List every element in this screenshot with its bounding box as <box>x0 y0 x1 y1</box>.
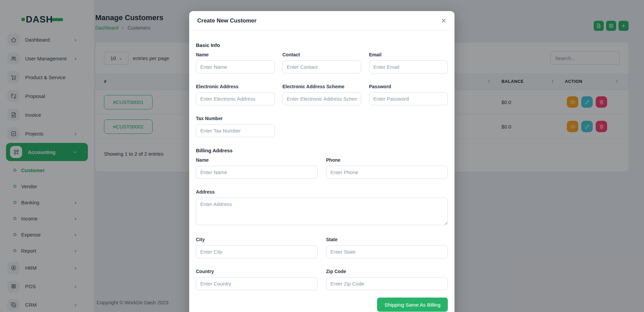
billing-country-input[interactable] <box>196 277 318 290</box>
field-label: Contact <box>282 52 361 57</box>
email-input[interactable] <box>369 60 448 73</box>
shipping-same-as-billing-button[interactable]: Shipping Same As Billing <box>377 298 448 312</box>
field-billing-zip: Zip Code <box>326 269 448 290</box>
modal-body: Basic Info Name Contact Email Electronic… <box>189 31 454 312</box>
field-billing-country: Country <box>196 269 318 290</box>
field-email: Email <box>369 52 448 73</box>
field-name: Name <box>196 52 275 73</box>
tax-number-input[interactable] <box>196 124 275 137</box>
field-billing-city: City <box>196 237 318 258</box>
modal-header: Create New Customer ✕ <box>189 11 454 31</box>
close-icon: ✕ <box>441 17 446 24</box>
field-label: Name <box>196 52 275 57</box>
field-billing-state: State <box>326 237 448 258</box>
electronic-address-scheme-input[interactable] <box>282 92 361 105</box>
field-label: Address <box>196 189 448 195</box>
field-label: Name <box>196 157 318 163</box>
billing-state-input[interactable] <box>326 245 448 258</box>
billing-address-textarea[interactable] <box>196 198 448 225</box>
create-customer-modal: Create New Customer ✕ Basic Info Name Co… <box>189 11 454 312</box>
contact-input[interactable] <box>282 60 361 73</box>
electronic-address-input[interactable] <box>196 92 275 105</box>
field-label: Password <box>369 84 448 89</box>
field-label: Electronic Address Scheme <box>282 84 361 89</box>
billing-zip-input[interactable] <box>326 277 448 290</box>
field-password: Password <box>369 84 448 105</box>
field-billing-address: Address <box>196 189 448 226</box>
billing-city-input[interactable] <box>196 245 318 258</box>
field-label: Zip Code <box>326 269 448 274</box>
billing-phone-input[interactable] <box>326 166 448 179</box>
field-label: Phone <box>326 157 448 163</box>
field-electronic-address-scheme: Electronic Address Scheme <box>282 84 361 105</box>
name-input[interactable] <box>196 60 275 73</box>
field-billing-phone: Phone <box>326 157 448 179</box>
field-tax-number: Tax Number <box>196 116 275 137</box>
field-contact: Contact <box>282 52 361 73</box>
section-heading-billing-address: Billing Address <box>196 148 448 153</box>
section-heading-basic-info: Basic Info <box>196 42 448 48</box>
field-label: Tax Number <box>196 116 275 121</box>
field-label: Country <box>196 269 318 274</box>
app-root: DASH Dashboard › User Management › Produ… <box>0 0 644 312</box>
billing-name-input[interactable] <box>196 166 318 179</box>
field-label: Electronic Address <box>196 84 275 89</box>
field-label: Email <box>369 52 448 57</box>
field-electronic-address: Electronic Address <box>196 84 275 105</box>
password-input[interactable] <box>369 92 448 105</box>
modal-title: Create New Customer <box>197 17 257 24</box>
field-label: State <box>326 237 448 242</box>
modal-close-button[interactable]: ✕ <box>441 17 446 24</box>
field-billing-name: Name <box>196 157 318 179</box>
field-label: City <box>196 237 318 242</box>
